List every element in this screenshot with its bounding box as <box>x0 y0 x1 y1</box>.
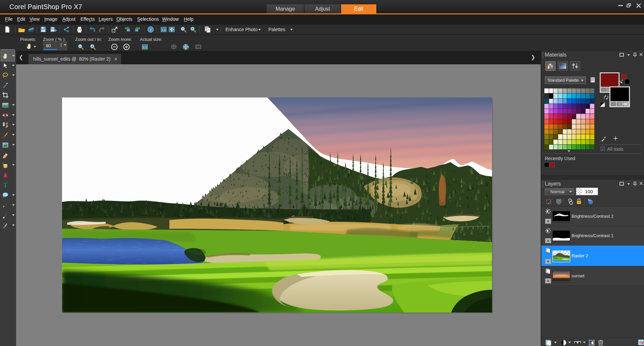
svg-text:1:1: 1:1 <box>143 46 147 49</box>
svg-text:i: i <box>150 27 151 32</box>
svg-text:T: T <box>3 182 7 189</box>
svg-text:1:1: 1:1 <box>162 28 166 31</box>
